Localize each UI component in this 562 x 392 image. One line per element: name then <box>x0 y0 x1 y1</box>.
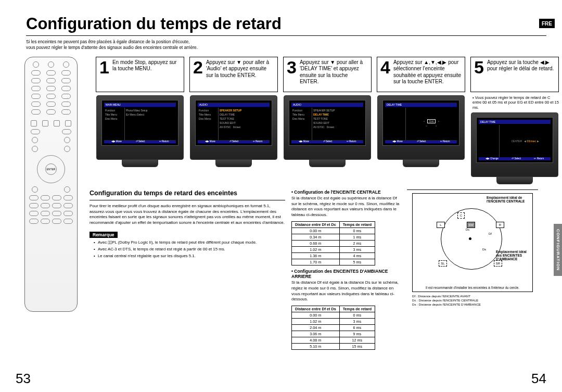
page-title: Configuration du temps de retard <box>26 15 550 33</box>
tv-screen-3: AUDIO FunctionTitle MenuDisc Menu SPEAKE… <box>284 95 371 160</box>
intro-text: Si les enceintes ne peuvent pas être pla… <box>26 39 550 50</box>
bottom-section: Configuration du temps de retard des enc… <box>90 189 559 353</box>
remote-control-illustration: ENTER <box>24 57 78 312</box>
rear-speaker-heading: • Configuration des ENCEINTES D'AMBIANCE… <box>291 269 402 279</box>
rear-para: Si la distance Df est égale à la distanc… <box>291 280 402 302</box>
step-1: 1En mode Stop, appuyez sur la touche MEN… <box>96 57 184 184</box>
section-heading: Configuration du temps de retard des enc… <box>90 189 285 197</box>
speaker-layout-diagram: Emplacement idéal de l'ENCEINTE CENTRALE… <box>412 193 533 292</box>
dpad-ring: ENTER <box>37 155 65 183</box>
section-speaker-delay: Configuration du temps de retard des enc… <box>90 189 291 353</box>
center-para: Si la distance Dc est égale ou supérieur… <box>291 196 402 218</box>
tv-screen-1: MAIN MENU FunctionTitle MenuDisc Menu Ph… <box>96 95 184 160</box>
enter-button-icon: ENTER <box>45 163 57 175</box>
manual-page: FRE Configuration du temps de retard Si … <box>0 0 562 392</box>
steps-row: 1En mode Stop, appuyez sur la touche MEN… <box>96 57 559 184</box>
step-2: 2Appuyez sur ▼ pour aller à 'Audio' et a… <box>189 57 278 184</box>
step-5: 5Appuyez sur la touche ◀,▶ pour régler l… <box>470 57 559 184</box>
step-4: 4Appuyez sur ▲,▼,◀,▶ pour sélectionner l… <box>377 57 465 184</box>
title-rule <box>26 35 546 36</box>
side-tab: CONFIGURATION <box>554 224 562 276</box>
page-number-left: 53 <box>16 371 31 387</box>
center-speaker-heading: • Configuration de l'ENCEINTE CENTRALE <box>291 189 402 195</box>
table-center-delay: Distance entre Df et DcTemps de retard 0… <box>291 221 375 265</box>
tv-screen-2: AUDIO FunctionTitle MenuDisc Menu SPEAKE… <box>190 95 277 160</box>
remote-column: ENTER <box>12 57 90 353</box>
page-number-right: 54 <box>531 371 546 387</box>
step-3: 3Appuyez sur ▼ pour aller à 'DELAY TIME'… <box>283 57 372 184</box>
tv-screen-5: DELAY TIME CENTER ◀ 00msec ▶ ◀▶ Change⏎ … <box>471 112 558 177</box>
remark-badge: Remarque <box>90 232 118 238</box>
section-para: Pour tirer le meilleur profit d'un disqu… <box>90 204 285 226</box>
step-5-note: • Vous pouvez régler le temps de retard … <box>470 95 559 110</box>
tv-screen-4: DELAY TIME ▫ SW ▫ ▫ ▫ <box>377 95 465 160</box>
remarks-list: Avec ▯▯PL (Dolby Pro Logic II), le temps… <box>90 240 285 259</box>
table-rear-delay: Distance entre Df et DsTemps de retard 0… <box>291 306 375 350</box>
diagram-legend: Df : Distance depuis l'ENCEINTE AVANT Dc… <box>407 294 481 307</box>
language-badge: FRE <box>539 19 555 28</box>
